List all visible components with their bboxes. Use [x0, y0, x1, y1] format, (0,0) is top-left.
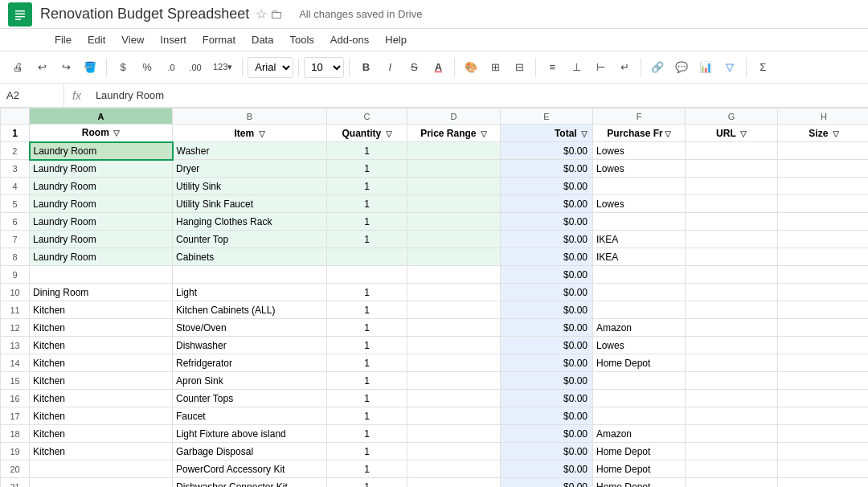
cell-b-10[interactable]: Light — [173, 284, 327, 301]
cell-e-5[interactable]: $0.00 — [501, 195, 593, 213]
cell-d-20[interactable] — [407, 460, 501, 478]
cell-h-3[interactable] — [778, 160, 869, 178]
italic-button[interactable]: I — [379, 56, 401, 79]
menu-data[interactable]: Data — [245, 32, 280, 47]
cell-g-20[interactable] — [686, 460, 778, 478]
decimal-increase-button[interactable]: .00 — [184, 56, 207, 79]
cell-d-9[interactable] — [407, 266, 501, 284]
cell-a-7[interactable]: Laundry Room — [30, 231, 173, 248]
cell-c-5[interactable]: 1 — [327, 195, 407, 213]
cell-f-18[interactable]: Amazon — [593, 425, 686, 443]
cell-g-9[interactable] — [686, 266, 778, 284]
cell-h-16[interactable] — [778, 390, 869, 407]
table-row[interactable]: 6Laundry RoomHanging Clothes Rack1$0.00 — [1, 213, 869, 231]
cell-d-4[interactable] — [407, 178, 501, 195]
table-row[interactable]: 19KitchenGarbage Disposal1$0.00Home Depo… — [1, 443, 869, 460]
decimal-decrease-button[interactable]: .0 — [160, 56, 182, 79]
header-item[interactable]: Item ▽ — [173, 125, 327, 142]
cell-a-8[interactable]: Laundry Room — [30, 248, 173, 266]
menu-edit[interactable]: Edit — [81, 32, 112, 47]
wrap-button[interactable]: ↵ — [613, 56, 636, 79]
menu-insert[interactable]: Insert — [154, 32, 193, 47]
cell-e-20[interactable]: $0.00 — [501, 460, 593, 478]
bold-button[interactable]: B — [354, 56, 377, 79]
align-right-button[interactable]: ⊢ — [589, 56, 612, 79]
cell-c-3[interactable]: 1 — [327, 160, 407, 178]
table-row[interactable]: 4Laundry RoomUtility Sink1$0.00 — [1, 178, 869, 195]
cell-e-10[interactable]: $0.00 — [501, 284, 593, 301]
cell-f-14[interactable]: Home Depot — [593, 354, 686, 372]
cell-e-3[interactable]: $0.00 — [501, 160, 593, 178]
col-header-d[interactable]: D — [407, 108, 501, 125]
cell-f-17[interactable] — [593, 407, 686, 425]
cell-c-6[interactable]: 1 — [327, 213, 407, 231]
cell-e-11[interactable]: $0.00 — [501, 301, 593, 319]
cell-g-2[interactable] — [686, 142, 778, 160]
cell-f-20[interactable]: Home Depot — [593, 460, 686, 478]
table-row[interactable]: 15KitchenApron Sink1$0.00 — [1, 372, 869, 390]
strikethrough-button[interactable]: S — [403, 56, 425, 79]
table-row[interactable]: 5Laundry RoomUtility Sink Faucet1$0.00Lo… — [1, 195, 869, 213]
table-row[interactable]: 18KitchenLight Fixture above island1$0.0… — [1, 425, 869, 443]
cell-a-2[interactable]: Laundry Room — [30, 142, 173, 160]
table-row[interactable]: 2Laundry RoomWasher1$0.00Lowes — [1, 142, 869, 160]
cell-f-7[interactable]: IKEA — [593, 231, 686, 248]
table-row[interactable]: 3Laundry RoomDryer1$0.00Lowes — [1, 160, 869, 178]
menu-file[interactable]: File — [48, 32, 78, 47]
cell-d-8[interactable] — [407, 248, 501, 266]
cell-c-12[interactable]: 1 — [327, 319, 407, 337]
col-header-e[interactable]: E — [501, 108, 593, 125]
folder-icon[interactable]: 🗀 — [270, 7, 283, 22]
cell-h-21[interactable] — [778, 478, 869, 488]
cell-c-20[interactable]: 1 — [327, 460, 407, 478]
cell-e-2[interactable]: $0.00 — [501, 142, 593, 160]
table-row[interactable]: 17KitchenFaucet1$0.00 — [1, 407, 869, 425]
table-row[interactable]: 10Dining RoomLight1$0.00 — [1, 284, 869, 301]
merge-button[interactable]: ⊟ — [508, 56, 530, 79]
cell-e-19[interactable]: $0.00 — [501, 443, 593, 460]
table-row[interactable]: 11KitchenKitchen Cabinets (ALL)1$0.00 — [1, 301, 869, 319]
cell-f-4[interactable] — [593, 178, 686, 195]
fill-color-button[interactable]: 🎨 — [460, 56, 482, 79]
cell-a-12[interactable]: Kitchen — [30, 319, 173, 337]
menu-help[interactable]: Help — [379, 32, 413, 47]
format-number-button[interactable]: 123▾ — [208, 56, 237, 79]
cell-h-14[interactable] — [778, 354, 869, 372]
header-room[interactable]: Room ▽ — [30, 125, 173, 142]
cell-b-4[interactable]: Utility Sink — [173, 178, 327, 195]
cell-e-16[interactable]: $0.00 — [501, 390, 593, 407]
cell-b-14[interactable]: Refridgerator — [173, 354, 327, 372]
cell-d-15[interactable] — [407, 372, 501, 390]
cell-h-11[interactable] — [778, 301, 869, 319]
cell-f-6[interactable] — [593, 213, 686, 231]
col-header-g[interactable]: G — [686, 108, 778, 125]
table-row[interactable]: 14KitchenRefridgerator1$0.00Home Depot — [1, 354, 869, 372]
cell-a-9[interactable] — [30, 266, 173, 284]
cell-g-10[interactable] — [686, 284, 778, 301]
cell-d-14[interactable] — [407, 354, 501, 372]
table-row[interactable]: 7Laundry RoomCounter Top1$0.00IKEA — [1, 231, 869, 248]
cell-d-3[interactable] — [407, 160, 501, 178]
cell-a-4[interactable]: Laundry Room — [30, 178, 173, 195]
cell-f-10[interactable] — [593, 284, 686, 301]
cell-b-6[interactable]: Hanging Clothes Rack — [173, 213, 327, 231]
cell-h-5[interactable] — [778, 195, 869, 213]
cell-a-14[interactable]: Kitchen — [30, 354, 173, 372]
cell-e-17[interactable]: $0.00 — [501, 407, 593, 425]
cell-f-11[interactable] — [593, 301, 686, 319]
function-button[interactable]: Σ — [751, 56, 774, 79]
cell-g-17[interactable] — [686, 407, 778, 425]
col-header-c[interactable]: C — [327, 108, 407, 125]
cell-b-8[interactable]: Cabinets — [173, 248, 327, 266]
cell-h-6[interactable] — [778, 213, 869, 231]
table-row[interactable]: 8Laundry RoomCabinets$0.00IKEA — [1, 248, 869, 266]
cell-e-15[interactable]: $0.00 — [501, 372, 593, 390]
cell-c-2[interactable]: 1 — [327, 142, 407, 160]
cell-h-2[interactable] — [778, 142, 869, 160]
undo-button[interactable]: ↩ — [31, 56, 53, 79]
cell-g-19[interactable] — [686, 443, 778, 460]
cell-h-7[interactable] — [778, 231, 869, 248]
cell-f-13[interactable]: Lowes — [593, 337, 686, 354]
cell-a-13[interactable]: Kitchen — [30, 337, 173, 354]
cell-g-13[interactable] — [686, 337, 778, 354]
